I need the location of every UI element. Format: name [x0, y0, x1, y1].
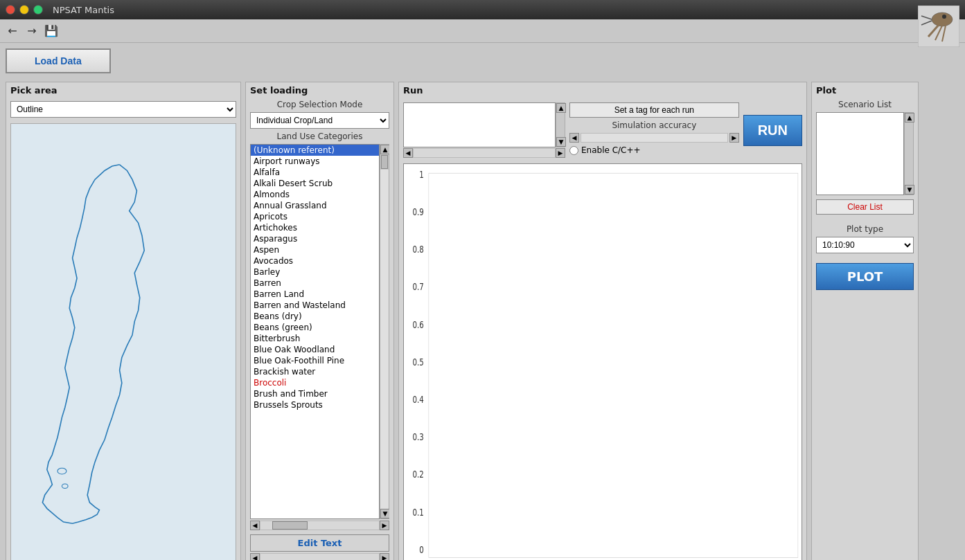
list-item[interactable]: Bitterbrush	[251, 333, 379, 344]
list-item[interactable]: Barren and Wasteland	[251, 300, 379, 311]
crop-selection-select[interactable]: Individual Crop/Land All Crops	[250, 112, 389, 129]
svg-text:0.8: 0.8	[412, 244, 423, 255]
scenario-scroll-track	[905, 123, 913, 185]
save-icon[interactable]: 💾	[43, 23, 60, 39]
list-item[interactable]: Asparagus	[251, 233, 379, 244]
svg-text:0.3: 0.3	[412, 432, 423, 443]
h-scroll-thumb	[272, 521, 308, 530]
close-button[interactable]	[6, 5, 15, 15]
back-icon[interactable]: ←	[4, 23, 21, 39]
scenario-list-container: ▲ ▼	[816, 112, 914, 195]
window-title: NPSAT Mantis	[53, 5, 114, 15]
minimize-button[interactable]	[19, 5, 29, 15]
list-item[interactable]: Apricots	[251, 211, 379, 222]
run-button[interactable]: RUN	[743, 115, 802, 146]
svg-point-9	[62, 484, 68, 488]
svg-text:0: 0	[419, 544, 424, 555]
list-item[interactable]: Brussels Sprouts	[251, 399, 379, 410]
scroll-thumb	[381, 155, 388, 169]
forward-icon[interactable]: →	[24, 23, 40, 39]
h-scroll-track	[260, 521, 380, 530]
sim-accuracy-label: Simulation accuracy	[569, 120, 739, 130]
svg-text:0.1: 0.1	[412, 507, 423, 518]
scroll-down-arrow[interactable]: ▼	[380, 509, 389, 518]
load-data-section: Load Data	[0, 43, 965, 76]
scroll-left-arrow[interactable]: ◀	[250, 521, 260, 530]
svg-text:0.4: 0.4	[412, 395, 423, 406]
enable-cpp-radio[interactable]	[569, 146, 578, 155]
clear-list-button[interactable]: Clear List	[816, 199, 914, 215]
list-item[interactable]: Broccoli	[251, 377, 379, 388]
run-controls: Set a tag for each run Simulation accura…	[569, 102, 739, 158]
tag-button[interactable]: Set a tag for each run	[569, 102, 739, 118]
enable-cpp-label: Enable C/C++	[581, 145, 641, 155]
scenario-scroll-down[interactable]: ▼	[905, 185, 914, 195]
list-item[interactable]: Barren Land	[251, 289, 379, 300]
list-item[interactable]: Beans (dry)	[251, 311, 379, 322]
svg-point-8	[57, 468, 67, 474]
run-h-track	[413, 148, 556, 158]
plot-type-select[interactable]: 10:10:90 25:50:75 min:mean:max	[816, 237, 914, 253]
list-item[interactable]: Almonds	[251, 189, 379, 200]
run-h-left[interactable]: ◀	[403, 148, 413, 158]
run-text-vscroll[interactable]: ▲ ▼	[556, 102, 565, 147]
list-item[interactable]: Alkali Desert Scrub	[251, 178, 379, 189]
list-item[interactable]: Beans (green)	[251, 322, 379, 333]
sim-slider-right[interactable]: ▶	[729, 133, 739, 143]
plot-button[interactable]: PLOT	[816, 263, 914, 290]
run-text-area-container: ▲ ▼ ◀ ▶	[403, 102, 565, 158]
pick-area-panel: Pick area Outline p	[6, 82, 241, 560]
edit-text-scrollbar[interactable]: ◀ ▶	[250, 553, 389, 560]
maximize-button[interactable]	[33, 5, 43, 15]
run-scroll-down[interactable]: ▼	[556, 137, 566, 147]
svg-point-1	[932, 12, 953, 26]
list-item[interactable]: Barren	[251, 278, 379, 289]
plot-panel: Plot Scenario List ▲ ▼ Clear List Plot t…	[811, 82, 919, 560]
land-use-list[interactable]: (Unknown referent) Airport runways Alfal…	[250, 144, 380, 519]
outline-select[interactable]: Outline	[10, 101, 236, 118]
list-item[interactable]: Alfalfa	[251, 167, 379, 178]
scroll-right-arrow[interactable]: ▶	[380, 521, 389, 530]
list-item[interactable]: Blue Oak Woodland	[251, 344, 379, 355]
et-scroll-left[interactable]: ◀	[250, 553, 260, 560]
run-h-right[interactable]: ▶	[556, 148, 565, 158]
svg-text:0.9: 0.9	[412, 207, 423, 218]
plot-title: Plot	[812, 82, 918, 98]
scroll-up-arrow[interactable]: ▲	[380, 145, 389, 154]
list-horizontal-scrollbar[interactable]: ◀ ▶	[250, 521, 389, 530]
run-title: Run	[399, 82, 806, 98]
list-item[interactable]: Brackish water	[251, 366, 379, 377]
scenario-list-box[interactable]	[816, 112, 904, 195]
set-loading-panel: Set loading Crop Selection Mode Individu…	[245, 82, 394, 560]
scenario-vscroll[interactable]: ▲ ▼	[904, 112, 914, 195]
svg-text:0.2: 0.2	[412, 469, 423, 480]
scenario-scroll-up[interactable]: ▲	[905, 113, 914, 123]
run-text-area[interactable]	[403, 102, 556, 147]
list-item[interactable]: Aspen	[251, 244, 379, 255]
sim-slider-track[interactable]	[581, 133, 728, 143]
load-data-button[interactable]: Load Data	[6, 48, 111, 73]
crop-selection-label: Crop Selection Mode	[246, 98, 393, 111]
logo	[918, 6, 959, 47]
list-vertical-scrollbar[interactable]: ▲ ▼	[380, 144, 389, 519]
svg-rect-32	[429, 173, 798, 557]
run-scroll-up[interactable]: ▲	[556, 103, 566, 113]
list-item[interactable]: Barley	[251, 267, 379, 278]
run-text-hscroll[interactable]: ◀ ▶	[403, 148, 565, 158]
enable-cpp-container: Enable C/C++	[569, 145, 739, 155]
run-top: ▲ ▼ ◀ ▶ Set a tag for each run Simulatio…	[399, 98, 806, 162]
list-item[interactable]: (Unknown referent)	[251, 145, 379, 156]
edit-text-button-1[interactable]: Edit Text	[250, 534, 389, 552]
list-item[interactable]: Artichokes	[251, 222, 379, 233]
list-item[interactable]: Airport runways	[251, 156, 379, 167]
plot-spacer	[812, 293, 918, 560]
list-item[interactable]: Blue Oak-Foothill Pine	[251, 355, 379, 366]
land-use-label: Land Use Categories	[246, 130, 393, 143]
svg-text:1: 1	[419, 170, 424, 181]
list-item[interactable]: Avocados	[251, 255, 379, 267]
sim-slider-left[interactable]: ◀	[569, 133, 579, 143]
et-scroll-right[interactable]: ▶	[380, 553, 389, 560]
plot-type-label: Plot type	[812, 223, 918, 235]
list-item[interactable]: Brush and Timber	[251, 388, 379, 399]
list-item[interactable]: Annual Grassland	[251, 200, 379, 211]
